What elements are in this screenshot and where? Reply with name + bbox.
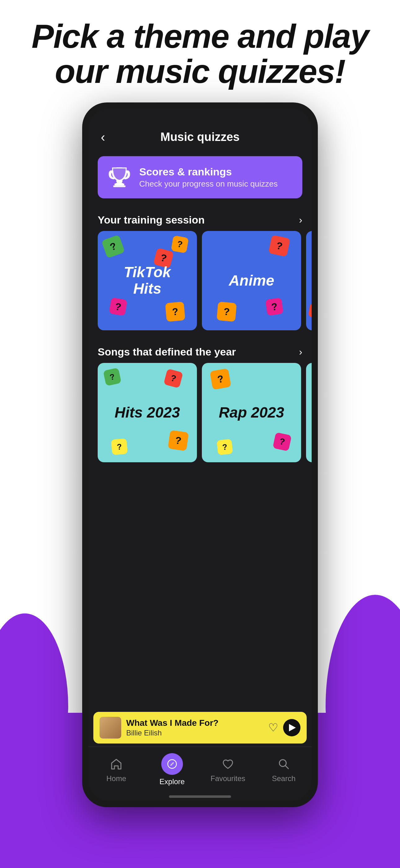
np-thumbnail-image [100,717,121,739]
bottom-nav: Home Explore [88,747,312,795]
anime-label: Anime [229,273,274,289]
svg-rect-4 [114,183,124,185]
year-section-header[interactable]: Songs that defined the year › [88,337,312,363]
scores-subtitle: Check your progress on music quizzes [139,179,278,189]
page-headline: Pick a theme and play our music quizzes! [0,19,400,89]
home-icon [108,756,124,772]
year-section-title: Songs that defined the year [98,346,236,358]
hits-2023-label: Hits 2023 [115,404,180,421]
year-section-arrow: › [299,346,302,358]
training-section-header[interactable]: Your training session › [88,205,312,231]
nav-item-home[interactable]: Home [98,756,135,783]
now-playing-bar[interactable]: What Was I Made For? Billie Eilish ♡ [93,712,307,744]
headline-line1: Pick a theme and play [32,18,368,55]
svg-point-6 [171,764,173,765]
headline-line2: our music quizzes! [55,53,345,90]
search-label: Search [272,774,296,783]
explore-icon [161,753,183,775]
favourites-label: Favourites [210,774,245,783]
nav-item-search[interactable]: Search [265,756,302,783]
np-title: What Was I Made For? [126,718,263,728]
scores-rankings-card[interactable]: Scores & rankings Check your progress on… [98,156,302,198]
partial-card-2 [306,363,312,462]
np-heart-button[interactable]: ♡ [268,721,278,734]
np-play-button[interactable] [283,719,300,736]
scores-text: Scores & rankings Check your progress on… [139,166,278,189]
screen-title: Music quizzes [160,130,240,144]
anime-card[interactable]: ? ? ? Anime [202,231,301,330]
partial-card-1: ? [306,231,312,330]
svg-rect-1 [113,185,126,187]
year-cards-row: ? ? ? ? Hits 2023 ? ? ? Rap 2023 [88,363,312,468]
explore-active-bg [161,753,183,775]
phone-wrapper: ‹ Music quizzes [82,102,318,807]
nav-item-favourites[interactable]: Favourites [209,756,246,783]
home-label: Home [106,774,126,783]
training-section-arrow: › [299,214,302,226]
rap-2023-card[interactable]: ? ? ? Rap 2023 [202,363,301,462]
scores-title: Scores & rankings [139,166,278,178]
bg-blob-left [0,614,68,769]
play-icon [289,724,296,732]
phone-outer: ‹ Music quizzes [82,102,318,807]
nav-item-explore[interactable]: Explore [154,753,191,786]
training-section-title: Your training session [98,214,205,226]
bg-blob-right [326,595,400,781]
app-header: ‹ Music quizzes [88,124,312,150]
np-thumbnail [100,717,121,739]
phone-inner: ‹ Music quizzes [88,108,312,801]
hits-2023-card[interactable]: ? ? ? ? Hits 2023 [98,363,197,462]
trophy-icon [107,165,132,190]
home-indicator [169,795,231,798]
tiktok-hits-card[interactable]: ? ? ? ? ? TikTokHits [98,231,197,330]
favourites-icon [220,756,236,772]
status-bar [88,108,312,124]
back-button[interactable]: ‹ [101,130,105,145]
explore-label: Explore [159,777,185,786]
svg-rect-3 [117,180,122,183]
content-spacer [88,468,312,709]
np-info: What Was I Made For? Billie Eilish [126,718,263,737]
training-cards-row: ? ? ? ? ? TikTokHits ? ? ? Anime ? [88,231,312,337]
np-artist: Billie Eilish [126,728,263,737]
search-icon [276,756,292,772]
tiktok-hits-label: TikTokHits [124,264,171,297]
svg-line-8 [285,766,288,769]
rap-2023-label: Rap 2023 [219,404,284,421]
